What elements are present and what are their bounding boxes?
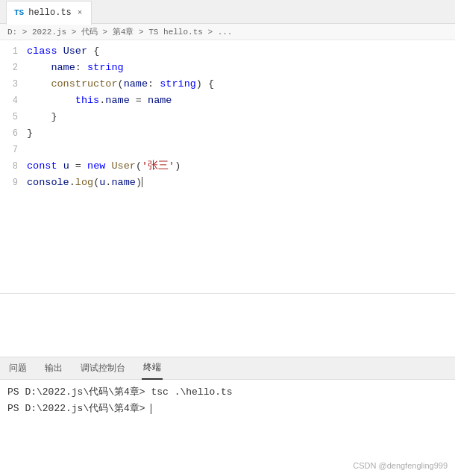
tab-debug-console[interactable]: 调试控制台 bbox=[79, 357, 127, 380]
line-number-5: 5 bbox=[0, 109, 27, 125]
line-content-9: console.log(u.name) bbox=[27, 175, 455, 191]
line-content-6: } bbox=[27, 125, 455, 142]
terminal-line-1: PS D:\2022.js\代码\第4章> tsc .\hello.ts bbox=[7, 384, 448, 401]
tab-problems[interactable]: 问题 bbox=[7, 357, 28, 380]
line-content-1: class User { bbox=[27, 43, 455, 60]
watermark: CSDN @dengfengling999 bbox=[353, 461, 448, 470]
tab-hello-ts[interactable]: TS hello.ts × bbox=[6, 1, 92, 25]
terminal-line-2: PS D:\2022.js\代码\第4章> bbox=[7, 401, 448, 417]
tab-filename: hello.ts bbox=[28, 7, 72, 18]
code-line-2: 2 name: string bbox=[0, 60, 455, 76]
code-line-6: 6 } bbox=[0, 125, 455, 142]
line-content-4: this.name = name bbox=[27, 93, 455, 109]
editor-spacer bbox=[0, 294, 455, 357]
line-number-3: 3 bbox=[0, 76, 27, 93]
line-content-5: } bbox=[27, 109, 455, 125]
line-number-8: 8 bbox=[0, 158, 27, 175]
tab-output[interactable]: 输出 bbox=[43, 357, 64, 380]
line-number-9: 9 bbox=[0, 175, 27, 191]
code-line-9: 9 console.log(u.name) bbox=[0, 175, 455, 191]
line-content-3: constructor(name: string) { bbox=[27, 76, 455, 93]
code-line-4: 4 this.name = name bbox=[0, 93, 455, 109]
tab-bar: TS hello.ts × bbox=[0, 0, 455, 24]
line-content-8: const u = new User('张三') bbox=[27, 158, 455, 175]
code-line-8: 8 const u = new User('张三') bbox=[0, 158, 455, 175]
main-content: 1 class User { 2 name: string 3 construc… bbox=[0, 40, 455, 476]
line-number-6: 6 bbox=[0, 125, 27, 142]
line-number-7: 7 bbox=[0, 142, 27, 158]
breadcrumb: D: > 2022.js > 代码 > 第4章 > TS hello.ts > … bbox=[0, 24, 455, 40]
code-line-5: 5 } bbox=[0, 109, 455, 125]
code-line-1: 1 class User { bbox=[0, 43, 455, 60]
breadcrumb-text: D: > 2022.js > 代码 > 第4章 > TS hello.ts > … bbox=[7, 26, 232, 37]
line-number-4: 4 bbox=[0, 93, 27, 109]
code-editor[interactable]: 1 class User { 2 name: string 3 construc… bbox=[0, 40, 455, 294]
line-number-2: 2 bbox=[0, 60, 27, 76]
tab-terminal[interactable]: 终端 bbox=[142, 357, 163, 380]
bottom-panel: 问题 输出 调试控制台 终端 PS D:\2022.js\代码\第4章> tsc… bbox=[0, 357, 455, 476]
ts-icon: TS bbox=[14, 8, 24, 17]
line-content-2: name: string bbox=[27, 60, 455, 76]
tab-close-button[interactable]: × bbox=[76, 7, 84, 18]
line-number-1: 1 bbox=[0, 43, 27, 60]
code-line-3: 3 constructor(name: string) { bbox=[0, 76, 455, 93]
panel-tab-bar: 问题 输出 调试控制台 终端 bbox=[0, 357, 455, 380]
code-line-7: 7 bbox=[0, 142, 455, 158]
line-content-7 bbox=[27, 142, 455, 158]
